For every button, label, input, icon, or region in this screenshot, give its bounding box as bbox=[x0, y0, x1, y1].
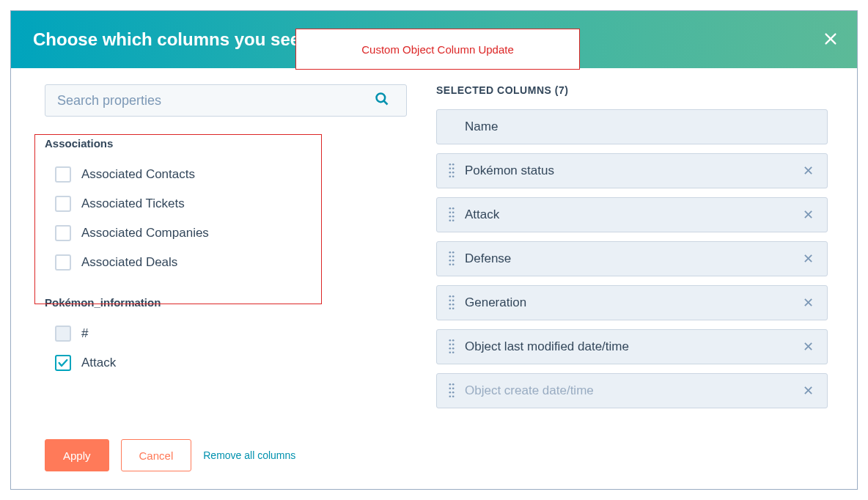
selected-column-label: Object create date/time bbox=[465, 383, 800, 398]
svg-point-43 bbox=[452, 307, 455, 309]
svg-point-50 bbox=[449, 351, 451, 353]
drag-handle-icon[interactable] bbox=[447, 338, 456, 356]
property-label: # bbox=[81, 326, 88, 341]
svg-point-54 bbox=[449, 387, 451, 389]
svg-point-21 bbox=[452, 207, 455, 210]
property-label: Associated Contacts bbox=[81, 167, 195, 182]
drag-handle-icon[interactable] bbox=[447, 250, 456, 268]
property-row[interactable]: Associated Companies bbox=[45, 218, 400, 248]
selected-column-item: Object create date/time✕ bbox=[436, 373, 828, 408]
svg-point-59 bbox=[452, 395, 455, 397]
property-group: AssociationsAssociated ContactsAssociate… bbox=[45, 137, 400, 277]
drag-handle-icon[interactable] bbox=[447, 294, 456, 312]
checkbox[interactable] bbox=[55, 225, 71, 241]
svg-point-32 bbox=[449, 260, 451, 262]
search-icon[interactable] bbox=[375, 92, 389, 109]
svg-point-13 bbox=[452, 163, 455, 166]
svg-point-28 bbox=[449, 251, 451, 254]
selected-column-item: Defense✕ bbox=[436, 241, 828, 276]
svg-point-57 bbox=[452, 391, 455, 394]
remove-column-icon[interactable]: ✕ bbox=[800, 161, 817, 180]
modal-header: Choose which columns you see Custom Obje… bbox=[11, 11, 857, 68]
selected-column-item: Object last modified date/time✕ bbox=[436, 329, 828, 364]
selected-column-label: Generation bbox=[465, 295, 800, 310]
property-row[interactable]: # bbox=[45, 319, 400, 348]
svg-point-42 bbox=[449, 307, 451, 309]
cancel-button[interactable]: Cancel bbox=[121, 439, 192, 471]
svg-point-20 bbox=[449, 207, 451, 210]
svg-point-37 bbox=[452, 295, 455, 298]
svg-point-31 bbox=[452, 255, 455, 257]
svg-point-34 bbox=[449, 263, 451, 265]
svg-point-45 bbox=[452, 339, 455, 342]
remove-column-icon[interactable]: ✕ bbox=[800, 381, 817, 400]
selected-columns-heading: SELECTED COLUMNS (7) bbox=[436, 84, 828, 96]
svg-point-12 bbox=[449, 163, 451, 166]
svg-point-16 bbox=[449, 172, 451, 174]
selected-column-item: Generation✕ bbox=[436, 285, 828, 320]
selected-column-label: Attack bbox=[465, 207, 800, 222]
close-button[interactable] bbox=[819, 27, 842, 51]
svg-point-55 bbox=[452, 387, 455, 389]
selected-column-label: Defense bbox=[465, 251, 800, 266]
svg-point-46 bbox=[449, 343, 451, 345]
selected-column-label: Object last modified date/time bbox=[465, 339, 800, 354]
footer: Apply Cancel Remove all columns bbox=[11, 422, 857, 489]
modal-title: Choose which columns you see bbox=[33, 29, 300, 50]
property-label: Associated Companies bbox=[81, 226, 209, 240]
svg-point-25 bbox=[452, 216, 455, 218]
selected-column-item: Pokémon status✕ bbox=[436, 153, 828, 188]
svg-point-17 bbox=[452, 172, 455, 174]
search-input[interactable] bbox=[45, 84, 407, 117]
checkbox[interactable] bbox=[55, 355, 71, 371]
remove-column-icon[interactable]: ✕ bbox=[800, 337, 817, 356]
property-row[interactable]: Associated Tickets bbox=[45, 189, 400, 218]
svg-point-35 bbox=[452, 263, 455, 265]
drag-handle-icon[interactable] bbox=[447, 206, 456, 224]
column-chooser-modal: Choose which columns you see Custom Obje… bbox=[10, 10, 858, 490]
property-row[interactable]: Associated Contacts bbox=[45, 160, 400, 189]
svg-point-48 bbox=[449, 348, 451, 350]
remove-all-link[interactable]: Remove all columns bbox=[203, 449, 295, 461]
drag-handle-icon[interactable] bbox=[447, 382, 456, 400]
svg-point-24 bbox=[449, 216, 451, 218]
checkbox[interactable] bbox=[55, 166, 71, 183]
drag-handle-icon[interactable] bbox=[447, 162, 456, 180]
svg-point-30 bbox=[449, 255, 451, 257]
checkbox bbox=[55, 326, 71, 342]
remove-column-icon[interactable]: ✕ bbox=[800, 249, 817, 268]
property-label: Associated Deals bbox=[81, 255, 177, 270]
svg-line-3 bbox=[384, 101, 388, 105]
checkbox[interactable] bbox=[55, 254, 71, 271]
svg-point-49 bbox=[452, 348, 455, 350]
svg-point-2 bbox=[377, 94, 386, 103]
property-group: Pokémon_information#Attack bbox=[45, 296, 400, 378]
selected-column-item: Attack✕ bbox=[436, 197, 828, 232]
property-row[interactable]: Associated Deals bbox=[45, 248, 400, 277]
svg-point-36 bbox=[449, 295, 451, 298]
svg-point-52 bbox=[449, 383, 451, 386]
property-label: Associated Tickets bbox=[81, 196, 185, 211]
selected-column-label: Name bbox=[465, 120, 817, 134]
property-row[interactable]: Attack bbox=[45, 348, 400, 378]
svg-point-41 bbox=[452, 304, 455, 306]
search-wrap bbox=[45, 84, 400, 117]
remove-column-icon[interactable]: ✕ bbox=[800, 205, 817, 224]
remove-column-icon[interactable]: ✕ bbox=[800, 293, 817, 312]
svg-point-47 bbox=[452, 343, 455, 345]
svg-point-38 bbox=[449, 299, 451, 301]
apply-button[interactable]: Apply bbox=[45, 439, 109, 471]
close-icon bbox=[823, 31, 839, 47]
svg-point-18 bbox=[449, 175, 451, 177]
svg-point-26 bbox=[449, 219, 451, 221]
svg-point-44 bbox=[449, 339, 451, 342]
check-icon bbox=[57, 357, 69, 369]
svg-point-33 bbox=[452, 260, 455, 262]
property-label: Attack bbox=[81, 356, 116, 370]
svg-point-58 bbox=[449, 395, 451, 397]
selected-column-label: Pokémon status bbox=[465, 163, 800, 178]
svg-point-14 bbox=[449, 167, 451, 169]
svg-point-27 bbox=[452, 219, 455, 221]
checkbox[interactable] bbox=[55, 196, 71, 212]
svg-point-19 bbox=[452, 175, 455, 177]
